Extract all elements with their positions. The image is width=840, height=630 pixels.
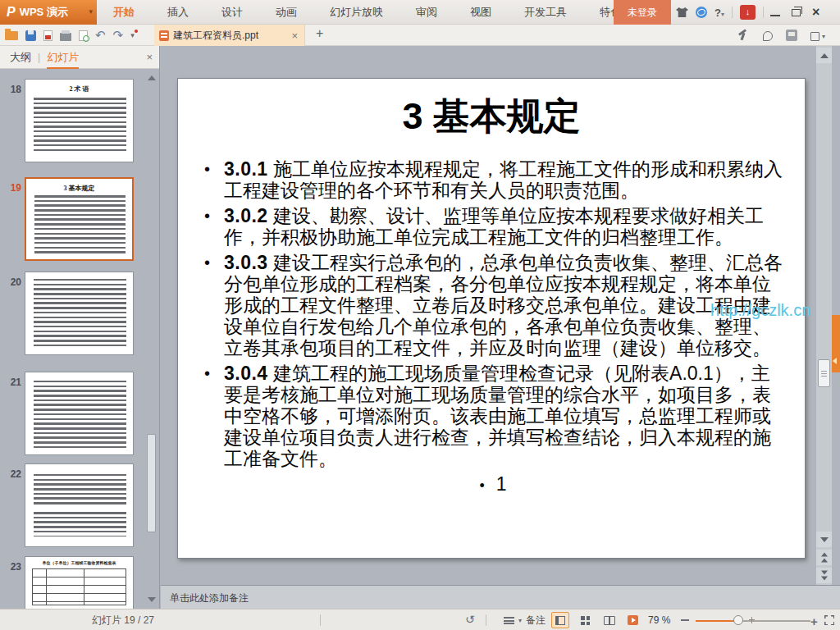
menu-tab-devtools[interactable]: 开发工具: [508, 0, 583, 25]
zoom-in-button[interactable]: +: [810, 614, 818, 628]
download-icon[interactable]: [740, 5, 756, 20]
previous-slide-button[interactable]: [816, 550, 832, 565]
collapsed-panel-tab[interactable]: [832, 315, 840, 372]
save-icon[interactable]: [25, 30, 36, 41]
thumb-title: 3 基本规定: [26, 184, 132, 193]
chevron-down-icon: ▾: [89, 7, 93, 16]
help-icon[interactable]: ?▾: [714, 7, 724, 19]
scroll-down-icon[interactable]: [148, 597, 156, 602]
thumb-title: 单位（子单位）工程竣工验收资料检查表: [25, 560, 133, 565]
quick-icons: ↶ ↷ ▾: [5, 25, 137, 46]
divider: [732, 7, 733, 18]
notes-lines-icon: [504, 617, 514, 624]
zoom-slider-handle[interactable]: [733, 615, 743, 625]
bullet-text: 建筑工程的施工现场质量管理检查记录（见附表A.0.1），主要是考核施工单位对施工…: [224, 363, 771, 469]
layout-switch-icon[interactable]: [810, 32, 819, 41]
ppt-file-icon: [159, 30, 169, 41]
notes-toggle[interactable]: ▾ 备注: [504, 609, 546, 630]
bullet-icon: •: [204, 158, 210, 180]
menu-tab-view[interactable]: 视图: [454, 0, 508, 25]
menu-tab-home[interactable]: 开始: [97, 0, 151, 25]
scrollbar-thumb[interactable]: [147, 434, 156, 532]
menu-tab-animation[interactable]: 动画: [259, 0, 313, 25]
divider: |: [38, 52, 40, 63]
main-scrollbar[interactable]: [816, 46, 832, 585]
restore-button[interactable]: [792, 9, 801, 16]
notes-area[interactable]: 单击此处添加备注: [161, 585, 840, 609]
scroll-down-button[interactable]: [816, 532, 832, 547]
bullet-number: 3.0.3: [224, 252, 268, 273]
slide-thumbnail-22[interactable]: [25, 463, 134, 547]
menu-tab-design[interactable]: 设计: [205, 0, 259, 25]
menu-tab-bar: 开始 插入 设计 动画 幻灯片放映 审阅 视图 开发工具 特色功能: [97, 0, 659, 25]
slide-thumbnail-23[interactable]: 单位（子单位）工程竣工验收资料检查表: [25, 556, 134, 609]
slide-thumbnail-19[interactable]: 3 基本规定: [25, 177, 134, 261]
bullet-text: 建设、勘察、设计、监理等单位应按本规程要求做好相关工作，并积极协助施工单位完成工…: [224, 205, 764, 248]
customize-quickbar-icon[interactable]: ▾: [130, 31, 137, 39]
app-menu-button[interactable]: P WPS 演示 ▾: [0, 0, 97, 25]
login-button[interactable]: 未登录: [614, 0, 671, 25]
print-icon[interactable]: [60, 33, 71, 41]
zoom-slider-fill: [696, 620, 738, 622]
thumb-number: 21: [3, 377, 21, 388]
close-panel-icon[interactable]: ×: [146, 51, 153, 63]
thumb-number: 19: [3, 182, 21, 194]
document-tab-title: 建筑工程资料员.ppt: [173, 29, 285, 43]
scrollbar-thumb[interactable]: [818, 359, 830, 387]
scroll-up-icon[interactable]: [148, 75, 156, 80]
slide-body: •3.0.1 施工单位应按本规程规定，将工程施工文件的形成和积累纳入工程建设管理…: [203, 158, 783, 496]
slide-thumbnail-18[interactable]: 2 术 语: [25, 79, 134, 162]
history-icon[interactable]: ↺: [465, 613, 475, 626]
app-name: WPS 演示: [20, 5, 68, 20]
menu-tab-insert[interactable]: 插入: [151, 0, 205, 25]
double-down-icon: [821, 577, 828, 581]
close-tab-icon[interactable]: ×: [290, 30, 299, 42]
slideshow-button[interactable]: [623, 612, 641, 628]
new-tab-button[interactable]: +: [316, 26, 323, 41]
slide-thumbnail-21[interactable]: [25, 372, 134, 455]
pen-tool-icon[interactable]: [761, 30, 773, 41]
undo-icon[interactable]: ↶: [95, 27, 106, 43]
thumb-text-lines: [34, 98, 126, 152]
watermark-url: http://gczlk.cn: [710, 301, 810, 320]
down-arrow-icon: [820, 537, 829, 542]
panel-scrollbar[interactable]: [147, 69, 157, 609]
redo-icon[interactable]: ↷: [113, 27, 124, 43]
menu-tab-slideshow[interactable]: 幻灯片放映: [313, 0, 399, 25]
next-slide-button[interactable]: [816, 568, 832, 583]
chevron-down-icon: ▾: [518, 617, 522, 624]
print-preview-icon[interactable]: [79, 30, 88, 41]
fit-window-icon[interactable]: [824, 615, 834, 625]
bullet-3-0-4: •3.0.4 建筑工程的施工现场质量管理检查记录（见附表A.0.1），主要是考核…: [203, 363, 783, 469]
sorter-view-icon: [581, 616, 590, 625]
title-number: 3: [402, 95, 422, 137]
scroll-up-button[interactable]: [816, 48, 832, 63]
menu-tab-review[interactable]: 审阅: [399, 0, 454, 25]
tab-outline[interactable]: 大纲: [10, 46, 31, 69]
thumb-number: 22: [3, 468, 21, 480]
tab-slides[interactable]: 幻灯片: [47, 46, 79, 69]
minimize-button[interactable]: [770, 15, 780, 16]
export-pdf-icon[interactable]: [43, 30, 52, 41]
thumb-text-lines: [34, 474, 126, 507]
slideshow-icon: [628, 615, 638, 625]
browser-icon[interactable]: [696, 7, 707, 18]
notes-label: 备注: [526, 614, 546, 628]
fix-tool-icon[interactable]: [737, 30, 748, 41]
zoom-out-button[interactable]: [681, 619, 689, 621]
slide-thumbnail-20[interactable]: [25, 272, 134, 355]
app-panel-icon[interactable]: [786, 30, 797, 41]
bullet-3-0-1: •3.0.1 施工单位应按本规程规定，将工程施工文件的形成和积累纳入工程建设管理…: [203, 158, 783, 201]
open-file-icon[interactable]: [5, 31, 18, 40]
close-button[interactable]: ×: [812, 0, 819, 25]
sorter-view-button[interactable]: [576, 612, 594, 628]
window-controls: ×: [767, 0, 819, 25]
skin-icon[interactable]: [676, 7, 688, 17]
normal-view-button[interactable]: [551, 612, 569, 628]
slide-title: 3基本规定: [178, 92, 805, 141]
thumb-table: [32, 568, 126, 605]
normal-view-icon: [555, 616, 565, 625]
document-tab[interactable]: 建筑工程资料员.ppt ×: [154, 25, 305, 46]
slide-page-number: •1: [203, 473, 783, 496]
reading-view-button[interactable]: [600, 612, 619, 628]
